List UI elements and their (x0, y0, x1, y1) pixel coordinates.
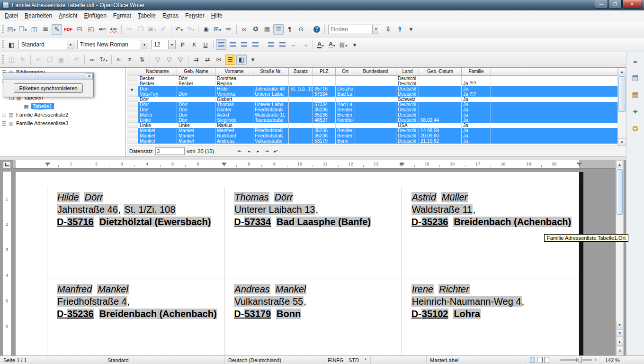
remove-filter-button[interactable]: ▽ (175, 55, 186, 65)
grid-row[interactable]: MankelMankelManfredFriedhofstraß35236Bre… (127, 128, 617, 133)
record-number-input[interactable] (155, 147, 185, 155)
page-preview-button[interactable]: ◱ (86, 24, 96, 35)
data-sources-button[interactable]: ☰ (273, 24, 284, 35)
grid-cell[interactable]: Friedhofstraß (253, 133, 289, 138)
column-header-ort[interactable]: Ort (336, 68, 355, 76)
grid-cell[interactable]: Friedhofstraß (253, 107, 289, 112)
row-header[interactable] (127, 76, 138, 81)
grid-cell[interactable] (253, 81, 289, 86)
toolbar-grip[interactable] (2, 55, 4, 64)
grid-cell[interactable]: Waldstraße 11 (253, 112, 289, 118)
styles-formatting-button[interactable]: ◧ (6, 39, 17, 50)
row-header[interactable]: ▶ (127, 86, 138, 91)
row-header[interactable] (127, 91, 138, 97)
grid-cell[interactable]: 21.10.62 (419, 138, 462, 144)
edit-file-button[interactable]: ✎ (52, 24, 62, 35)
grid-cell[interactable] (289, 97, 313, 102)
prev-record-button[interactable]: ◂ (244, 147, 253, 155)
grid-cell[interactable]: Mankel (138, 138, 177, 144)
first-record-button[interactable]: ⇤ (235, 147, 244, 155)
grid-cell[interactable]: Andreas (215, 138, 253, 144)
column-header-geb-name[interactable]: Geb.-Name (177, 68, 215, 76)
data-to-text-button[interactable]: ⇉ (191, 55, 201, 65)
grid-cell[interactable]: 57334 (313, 102, 336, 107)
grid-cell[interactable] (289, 91, 313, 97)
explorer-toggle-button[interactable]: ◧ (236, 55, 247, 65)
paragraph-style-combo[interactable]: Standard (18, 40, 74, 49)
background-color-button[interactable]: ▨ (338, 39, 349, 50)
grid-cell[interactable] (419, 97, 462, 102)
size-dropdown-button[interactable] (168, 40, 175, 49)
status-page-style[interactable]: Standard (104, 356, 225, 364)
grid-row[interactable]: DörrDörrThomasUnterer Laiba57334Bad LaDe… (127, 102, 617, 107)
email-button[interactable]: ✉ (40, 24, 51, 35)
grid-cell[interactable] (336, 81, 355, 86)
grid-cell[interactable]: 35236 (313, 133, 336, 138)
menu-tabelle[interactable]: Tabelle (134, 11, 159, 20)
horizontal-ruler[interactable]: 1234567891011121314151617181920 (13, 160, 616, 169)
grid-cell[interactable] (355, 107, 396, 112)
status-page[interactable]: Seite 1 / 1 (0, 356, 104, 364)
grid-cell[interactable]: Ja (462, 128, 491, 133)
row-header[interactable] (127, 97, 138, 102)
grid-cell[interactable]: Manfred (215, 128, 253, 133)
grid-cell[interactable]: Breider (336, 112, 355, 118)
grid-cell[interactable] (419, 112, 462, 118)
align-left-button[interactable] (216, 39, 226, 50)
grid-cell[interactable]: Mankel (177, 138, 215, 144)
grid-cell[interactable]: Dörr (177, 107, 215, 112)
menu-einfügen[interactable]: Einfügen (80, 11, 109, 20)
previous-page-button[interactable]: ⇈ (616, 329, 623, 337)
grid-cell[interactable]: 48527 (313, 118, 336, 123)
status-language[interactable]: Deutsch (Deutschland) (225, 356, 324, 364)
new-record-button[interactable]: ▸* (271, 147, 280, 155)
grid-cell[interactable]: St. 1/Zi. 10 (289, 86, 313, 91)
sort-descending-button[interactable]: Z↓ (125, 55, 136, 65)
grid-cell[interactable] (355, 123, 396, 128)
grid-cell[interactable] (289, 107, 313, 112)
grid-cell[interactable] (419, 81, 462, 86)
grid-cell[interactable]: 08.02.44 (419, 118, 462, 123)
row-header[interactable] (127, 118, 138, 123)
grid-cell[interactable] (355, 133, 396, 138)
zoom-out-button[interactable]: − (555, 357, 558, 363)
grid-cell[interactable]: Deutschl (396, 76, 419, 81)
column-header-bundesland[interactable]: Bundesland (355, 68, 396, 76)
grid-cell[interactable]: Dörr (177, 102, 215, 107)
grid-cell[interactable]: Ja (462, 97, 491, 102)
column-header-stra-e-nr-[interactable]: Straße Nr. (253, 68, 289, 76)
formatting-marks-button[interactable]: ¶ (285, 24, 295, 35)
row-header[interactable] (127, 123, 138, 128)
row-header[interactable] (127, 133, 138, 138)
tree-item-familie-adressenliste2[interactable]: +▥Familie Adressenliste2 (0, 110, 125, 119)
minimize-button[interactable]: — (595, 0, 608, 9)
scroll-down-button[interactable]: ▼ (616, 321, 623, 328)
multi-page-view-button[interactable] (537, 357, 542, 363)
style-dropdown-button[interactable] (67, 40, 74, 49)
grid-cell[interactable]: Bad La (336, 91, 355, 97)
grid-cell[interactable] (177, 86, 215, 91)
grid-cell[interactable]: Breider (336, 133, 355, 138)
column-header-geb-datum[interactable]: Geb.-Datum (419, 68, 462, 76)
grid-cell[interactable] (355, 112, 396, 118)
find-down-button[interactable]: ⇩ (383, 24, 394, 35)
grid-cell[interactable] (336, 97, 355, 102)
grid-cell[interactable]: Dörr (138, 107, 177, 112)
grid-cell[interactable]: Bonn (336, 138, 355, 144)
grid-cell[interactable]: Ja ?!? (462, 81, 491, 86)
grid-cell[interactable]: Breider (336, 107, 355, 112)
grid-cell[interactable]: Dörr (138, 86, 177, 91)
find-up-button[interactable]: ⇧ (394, 24, 405, 35)
grid-cell[interactable] (336, 123, 355, 128)
address-label[interactable]: ThomasDörrUnterer Laibach 13,D-57334Bad … (224, 187, 402, 279)
close-button[interactable]: ✕ (622, 0, 642, 9)
grid-cell[interactable] (355, 91, 396, 97)
row-header[interactable] (127, 107, 138, 112)
grid-cell[interactable]: Dörr (177, 91, 215, 97)
status-selection-mode[interactable]: STD (345, 356, 361, 364)
scrollbar-thumb[interactable] (617, 169, 623, 215)
grid-cell[interactable]: Breider (336, 128, 355, 133)
grid-cell[interactable]: Deutschl (396, 91, 419, 97)
grid-cell[interactable]: Becker (138, 81, 177, 86)
grid-cell[interactable]: Becker (138, 76, 177, 81)
